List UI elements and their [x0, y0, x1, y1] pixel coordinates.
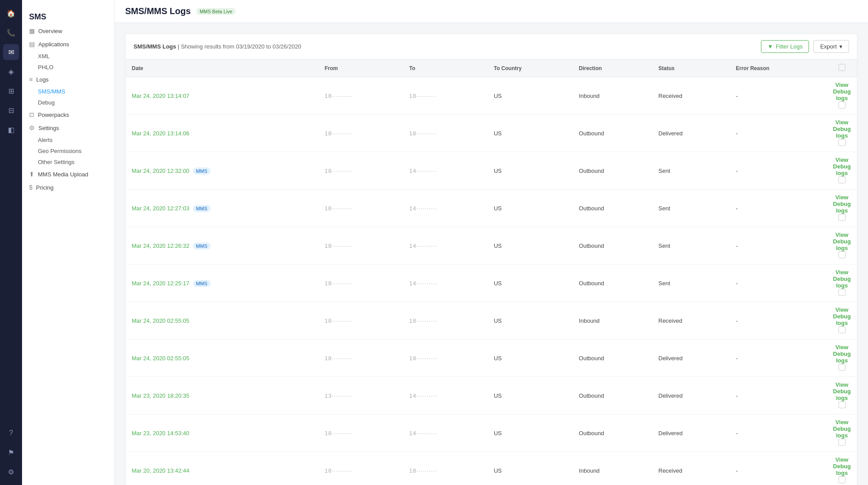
grid-icon[interactable]: ⊞: [3, 83, 19, 99]
col-to-country: To Country: [488, 60, 573, 77]
view-debug-link[interactable]: View Debug logs: [833, 381, 851, 401]
row-from: 18··········: [319, 452, 403, 485]
sms-icon[interactable]: ✉: [3, 44, 19, 60]
row-actions: View Debug logs: [827, 190, 857, 227]
sidebar-subitem-alerts[interactable]: Alerts: [22, 134, 114, 146]
row-to: 18··········: [403, 340, 488, 377]
view-debug-link[interactable]: View Debug logs: [833, 157, 851, 176]
row-error: -: [730, 340, 827, 377]
row-date[interactable]: Mar 24, 2020 02:55:05: [126, 340, 319, 377]
sidebar-subitem-other-settings[interactable]: Other Settings: [22, 157, 114, 168]
applications-label: Applications: [38, 41, 69, 48]
app-label: SMS: [22, 7, 114, 24]
row-status: Sent: [652, 227, 730, 265]
view-debug-link[interactable]: View Debug logs: [833, 419, 851, 439]
sidebar-item-mms-media-upload[interactable]: ⬆ MMS Media Upload: [22, 168, 114, 181]
row-date[interactable]: Mar 20, 2020 13:42:44: [126, 452, 319, 485]
row-checkbox[interactable]: [838, 251, 846, 258]
main-area: SMS/MMS Logs MMS Beta Live SMS/MMS Logs …: [115, 0, 868, 485]
row-date[interactable]: Mar 24, 2020 02:55:05: [126, 302, 319, 340]
row-checkbox[interactable]: [838, 326, 846, 333]
row-country: US: [488, 115, 573, 152]
row-checkbox[interactable]: [838, 214, 846, 221]
row-checkbox[interactable]: [838, 289, 846, 296]
help-icon[interactable]: ?: [3, 425, 19, 441]
row-actions: View Debug logs: [827, 452, 857, 485]
sidebar-item-applications[interactable]: ▤ Applications: [22, 37, 114, 51]
view-debug-link[interactable]: View Debug logs: [833, 306, 851, 326]
sidebar-item-overview[interactable]: ▦ Overview: [22, 24, 114, 37]
row-checkbox[interactable]: [838, 439, 846, 446]
voice-icon[interactable]: ◈: [3, 63, 19, 79]
sidebar-item-pricing[interactable]: $ Pricing: [22, 181, 114, 194]
row-to: 14··········: [403, 227, 488, 265]
team-icon[interactable]: ⊟: [3, 102, 19, 118]
row-actions: View Debug logs: [827, 377, 857, 414]
col-date: Date: [126, 60, 319, 77]
mms-badge: MMS Beta Live: [196, 8, 236, 15]
row-date[interactable]: Mar 24, 2020 12:27:03MMS: [126, 190, 319, 227]
view-debug-link[interactable]: View Debug logs: [833, 269, 851, 289]
row-checkbox[interactable]: [838, 476, 846, 483]
mms-tag: MMS: [193, 168, 211, 175]
page-title: SMS/MMS Logs: [125, 6, 191, 16]
view-debug-link[interactable]: View Debug logs: [833, 344, 851, 364]
select-all-checkbox[interactable]: [838, 64, 846, 71]
row-direction: Outbound: [573, 377, 652, 414]
row-date[interactable]: Mar 24, 2020 13:14:06: [126, 115, 319, 152]
pricing-label: Pricing: [36, 184, 54, 191]
col-to: To: [403, 60, 488, 77]
row-date[interactable]: Mar 24, 2020 12:26:32MMS: [126, 227, 319, 265]
view-debug-link[interactable]: View Debug logs: [833, 82, 851, 101]
row-checkbox[interactable]: [838, 401, 846, 408]
view-debug-link[interactable]: View Debug logs: [833, 194, 851, 214]
row-checkbox[interactable]: [838, 176, 846, 183]
export-button[interactable]: Export ▾: [813, 40, 849, 53]
mms-tag: MMS: [193, 205, 211, 212]
view-debug-link[interactable]: View Debug logs: [833, 456, 851, 476]
row-date[interactable]: Mar 24, 2020 12:32:00MMS: [126, 152, 319, 190]
export-chevron-icon: ▾: [839, 43, 842, 50]
sidebar-item-settings[interactable]: ⚙ Settings: [22, 121, 114, 134]
settings-icon[interactable]: ⚙: [3, 464, 19, 480]
table-container: SMS/MMS Logs | Showing results from 03/1…: [125, 34, 857, 485]
sidebar-subitem-debug[interactable]: Debug: [22, 97, 114, 108]
sidebar-item-logs[interactable]: ≡ Logs: [22, 73, 114, 86]
view-debug-link[interactable]: View Debug logs: [833, 231, 851, 251]
row-from: 18··········: [319, 414, 403, 452]
home-icon[interactable]: 🏠: [3, 5, 19, 21]
report-icon[interactable]: ◧: [3, 122, 19, 138]
row-status: Sent: [652, 152, 730, 190]
log-title: SMS/MMS Logs: [134, 43, 176, 50]
row-date[interactable]: Mar 24, 2020 12:25:17MMS: [126, 265, 319, 302]
row-date[interactable]: Mar 24, 2020 13:14:07: [126, 77, 319, 115]
overview-label: Overview: [38, 28, 62, 34]
sidebar-subitem-xml[interactable]: XML: [22, 51, 114, 62]
filter-logs-button[interactable]: ▼ Filter Logs: [761, 40, 809, 53]
alert-icon[interactable]: ⚑: [3, 444, 19, 460]
view-debug-link[interactable]: View Debug logs: [833, 119, 851, 139]
row-from: 18··········: [319, 227, 403, 265]
row-error: -: [730, 190, 827, 227]
sidebar-item-powerpacks[interactable]: ⊡ Powerpacks: [22, 108, 114, 121]
log-info: SMS/MMS Logs | Showing results from 03/1…: [134, 43, 301, 50]
row-to: 14··········: [403, 152, 488, 190]
row-checkbox[interactable]: [838, 101, 846, 108]
row-date[interactable]: Mar 23, 2020 14:53:40: [126, 414, 319, 452]
row-checkbox[interactable]: [838, 139, 846, 146]
mms-tag: MMS: [193, 242, 211, 250]
mms-upload-icon: ⬆: [29, 171, 34, 178]
sidebar-subitem-phlo[interactable]: PHLO: [22, 62, 114, 73]
top-header: SMS/MMS Logs MMS Beta Live: [115, 0, 868, 23]
sidebar-subitem-geo-permissions[interactable]: Geo Permissions: [22, 146, 114, 157]
row-checkbox[interactable]: [838, 364, 846, 371]
filter-label: Filter Logs: [776, 43, 803, 50]
sidebar-subitem-smsmms[interactable]: SMS/MMS: [22, 86, 114, 97]
row-to: 14··········: [403, 377, 488, 414]
row-error: -: [730, 452, 827, 485]
row-from: 18··········: [319, 340, 403, 377]
row-from: 18··········: [319, 77, 403, 115]
row-direction: Outbound: [573, 414, 652, 452]
phone-icon[interactable]: 📞: [3, 25, 19, 41]
row-date[interactable]: Mar 23, 2020 18:20:35: [126, 377, 319, 414]
